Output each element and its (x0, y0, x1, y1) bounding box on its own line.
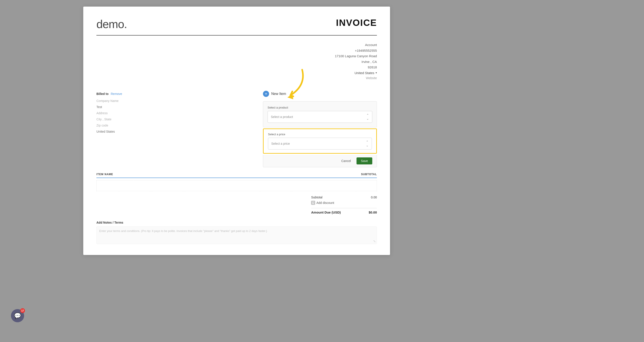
company-zip: 92618 (335, 65, 377, 70)
amount-due-label: Amount Due (USD) (311, 210, 341, 214)
billed-to-header: Billed to Remove (96, 91, 122, 97)
item-name-header: ITEM NAME (96, 173, 113, 176)
billing-address[interactable]: Address (96, 110, 122, 116)
billing-city-state[interactable]: City , State (96, 116, 122, 122)
save-button[interactable]: Save (356, 157, 372, 164)
amount-due-value: $0.00 (368, 210, 377, 214)
billed-to-label: Billed to (96, 91, 108, 97)
chat-widget[interactable]: 💬 17 (11, 309, 26, 324)
chat-icon: 💬 (14, 312, 21, 319)
company-address: 17100 Laguna Canyon Road (335, 53, 377, 59)
billing-zip[interactable]: Zip code (96, 122, 122, 129)
product-select-label: Select a product (268, 106, 372, 109)
notes-textarea[interactable]: Enter your terms and conditions. (Pro ti… (96, 226, 377, 244)
subtotal-label: Subtotal (311, 196, 322, 199)
invoice-header: demo. INVOICE (96, 18, 377, 36)
company-phone: +19495552555 (335, 48, 377, 54)
billing-section: Billed to Remove Company Name Test Addre… (96, 91, 377, 167)
website-label: Website (335, 76, 377, 81)
remove-link[interactable]: Remove (111, 91, 122, 97)
notes-section: Add Notes / Terms Enter your terms and c… (96, 221, 377, 244)
product-dropdown[interactable]: Select a product ⌃⌄ (268, 111, 372, 123)
company-account-label: Account (335, 42, 377, 48)
billing-country: United States (96, 129, 122, 135)
chat-badge: 17 (20, 308, 25, 313)
plus-icon: + (263, 91, 269, 97)
subtotal-row: Subtotal 0.00 (311, 196, 377, 199)
amount-due-row: Amount Due (USD) $0.00 (311, 208, 377, 214)
product-chevron-icon: ⌃⌄ (366, 113, 369, 120)
items-row (96, 180, 377, 191)
add-discount-row[interactable]: Add discount (311, 201, 377, 205)
company-info-block: Account +19495552555 17100 Laguna Canyon… (96, 42, 377, 85)
price-select-label: Select a price (268, 133, 372, 136)
add-discount-label: Add discount (316, 201, 334, 205)
company-logo: demo. (96, 18, 127, 31)
subtotal-header: SUBTOTAL (361, 173, 377, 176)
items-table-header: ITEM NAME SUBTOTAL (96, 173, 377, 178)
product-select-area: Select a product Select a product ⌃⌄ (263, 101, 377, 127)
chevron-down-icon: ▾ (376, 71, 377, 75)
new-item-button[interactable]: + New Item (263, 91, 377, 97)
country-select[interactable]: United States ▾ (335, 70, 377, 76)
invoice-container: demo. INVOICE Account +19495552555 17100… (83, 7, 390, 255)
company-info: Account +19495552555 17100 Laguna Canyon… (335, 42, 377, 85)
price-chevron-icon: ⌃⌄ (366, 140, 368, 147)
resize-handle-icon: ⤡ (373, 239, 376, 243)
new-item-label: New Item (271, 92, 286, 96)
invoice-title: INVOICE (336, 18, 377, 28)
new-item-section: + New Item Select a product Select a pro… (263, 91, 377, 167)
billed-to-section: Billed to Remove Company Name Test Addre… (96, 91, 122, 167)
subtotal-value: 0.00 (371, 196, 377, 199)
billing-name: Test (96, 104, 122, 110)
price-placeholder: Select a price (271, 142, 290, 145)
action-buttons: Cancel Save (263, 155, 377, 167)
product-placeholder: Select a product (271, 115, 293, 119)
notes-label: Add Notes / Terms (96, 221, 377, 224)
company-city-state: Irvine , CA (335, 59, 377, 65)
totals-section: Subtotal 0.00 Add discount Amount Due (U… (96, 196, 377, 214)
notes-placeholder: Enter your terms and conditions. (Pro ti… (99, 229, 267, 233)
chat-bubble[interactable]: 💬 17 (11, 309, 24, 322)
discount-icon (311, 201, 315, 205)
country-label: United States (354, 70, 374, 76)
price-dropdown[interactable]: Select a price ⌃⌄ (268, 138, 372, 150)
company-name-field[interactable]: Company Name (96, 98, 122, 104)
cancel-button[interactable]: Cancel (338, 157, 354, 164)
price-select-area: Select a price Select a price ⌃⌄ (263, 129, 377, 154)
